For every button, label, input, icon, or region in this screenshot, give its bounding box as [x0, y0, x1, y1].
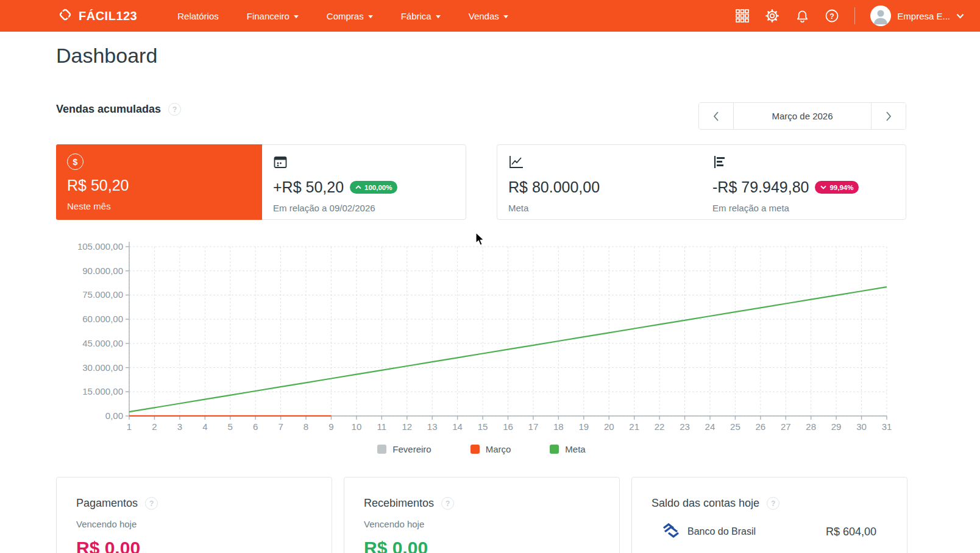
svg-text:16: 16	[503, 421, 513, 432]
vs-meta-badge: 99,94%	[815, 181, 859, 194]
recebimentos-title: Recebimentos	[364, 497, 434, 510]
svg-text:7: 7	[278, 421, 283, 432]
previous-month-button[interactable]	[699, 103, 733, 129]
legend-item-março[interactable]: Março	[470, 444, 511, 454]
help-icon[interactable]: ?	[441, 497, 454, 510]
main-menu: Relatórios Financeiro Compras Fábrica Ve…	[177, 11, 508, 21]
brand-name: FÁCIL123	[79, 9, 137, 23]
svg-text:45.000,00: 45.000,00	[82, 338, 123, 348]
user-name: Empresa E...	[897, 11, 950, 21]
svg-text:31: 31	[882, 421, 892, 432]
recebimentos-value: R$ 0,00	[364, 538, 600, 553]
comparison-value: +R$ 50,20	[273, 178, 344, 196]
svg-text:26: 26	[755, 421, 765, 432]
meta-label: Meta	[508, 203, 691, 213]
settings-gear-icon[interactable]	[765, 9, 779, 23]
svg-text:11: 11	[377, 421, 387, 432]
svg-text:14: 14	[452, 421, 463, 432]
svg-text:75.000,00: 75.000,00	[82, 289, 123, 300]
recebimentos-subtitle: Vencendo hoje	[364, 519, 600, 529]
pagamentos-card: Pagamentos ? Vencendo hoje R$ 0,00	[56, 477, 332, 553]
svg-text:30: 30	[856, 421, 867, 432]
menu-item-compras[interactable]: Compras	[327, 11, 373, 21]
current-month-value: R$ 50,20	[67, 177, 251, 194]
svg-text:15.000,00: 15.000,00	[82, 386, 123, 396]
legend-item-meta[interactable]: Meta	[550, 444, 585, 454]
comparison-kpi: +R$ 50,20 100,00% Em relação a 09/02/202…	[262, 145, 466, 219]
svg-text:29: 29	[831, 421, 842, 432]
meta-kpi-card: R$ 80.000,00 Meta -R$ 79.949,80 99,94% E…	[497, 144, 906, 220]
svg-text:6: 6	[253, 421, 258, 432]
facil123-diamond-icon	[57, 7, 73, 25]
account-name: Banco do Brasil	[687, 526, 756, 537]
recebimentos-card: Recebimentos ? Vencendo hoje R$ 0,00	[344, 477, 620, 553]
top-navbar: FÁCIL123 Relatórios Financeiro Compras F…	[0, 0, 980, 32]
meta-value: R$ 80.000,00	[508, 178, 691, 196]
svg-text:24: 24	[705, 421, 715, 432]
svg-text:10: 10	[352, 421, 362, 432]
svg-text:18: 18	[553, 421, 564, 432]
vs-meta-kpi: -R$ 79.949,80 99,94% Em relação a meta	[701, 145, 906, 219]
svg-text:15: 15	[478, 421, 488, 432]
navbar-divider	[854, 7, 855, 24]
period-label[interactable]: Março de 2026	[733, 103, 872, 129]
pagamentos-title: Pagamentos	[76, 497, 138, 510]
legend-swatch	[377, 445, 386, 454]
svg-text:12: 12	[402, 421, 412, 432]
menu-item-fabrica[interactable]: Fábrica	[401, 11, 441, 21]
caret-down-icon	[436, 15, 441, 18]
chart-legend: FevereiroMarçoMeta	[56, 444, 907, 454]
calendar-icon	[273, 161, 288, 171]
legend-item-fevereiro[interactable]: Fevereiro	[377, 444, 431, 454]
next-month-button[interactable]	[872, 103, 906, 129]
saldo-card: Saldo das contas hoje ? Banco do Brasil …	[631, 477, 907, 553]
menu-item-relatorios[interactable]: Relatórios	[177, 11, 219, 21]
svg-text:21: 21	[629, 421, 639, 432]
comparison-badge: 100,00%	[350, 181, 397, 194]
svg-text:23: 23	[680, 421, 690, 432]
pagamentos-subtitle: Vencendo hoje	[76, 519, 312, 529]
sales-chart: 0,0015.000,0030.000,0045.000,0060.000,00…	[56, 238, 907, 454]
svg-text:60.000,00: 60.000,00	[82, 314, 123, 324]
svg-text:3: 3	[177, 421, 182, 432]
caret-down-icon	[294, 15, 299, 18]
avatar	[870, 5, 891, 26]
pagamentos-value: R$ 0,00	[76, 538, 312, 553]
notifications-bell-icon[interactable]	[795, 9, 809, 23]
menu-item-vendas[interactable]: Vendas	[469, 11, 508, 21]
brand-logo[interactable]: FÁCIL123	[57, 7, 137, 25]
account-row[interactable]: Banco do Brasil R$ 604,00	[652, 523, 887, 540]
vs-meta-value: -R$ 79.949,80	[712, 178, 809, 196]
legend-swatch	[550, 445, 559, 454]
user-menu[interactable]: Empresa E...	[870, 5, 964, 26]
svg-text:20: 20	[604, 421, 614, 432]
page-title: Dashboard	[56, 44, 157, 68]
bar-chart-icon	[712, 161, 727, 171]
svg-text:4: 4	[202, 421, 207, 432]
line-chart-icon	[508, 161, 524, 171]
current-month-label: Neste mês	[67, 201, 251, 211]
svg-text:22: 22	[655, 421, 665, 432]
menu-item-financeiro[interactable]: Financeiro	[247, 11, 299, 21]
svg-text:19: 19	[578, 421, 589, 432]
vs-meta-label: Em relação a meta	[712, 203, 895, 213]
svg-text:25: 25	[730, 421, 740, 432]
caret-down-icon	[503, 15, 508, 18]
period-navigator: Março de 2026	[698, 102, 906, 130]
help-circle-icon[interactable]: ?	[825, 9, 839, 23]
help-icon[interactable]: ?	[767, 497, 779, 510]
svg-text:1: 1	[127, 421, 132, 432]
help-icon[interactable]: ?	[168, 103, 181, 116]
legend-swatch	[470, 445, 480, 454]
svg-text:27: 27	[781, 421, 791, 432]
banco-do-brasil-icon	[662, 523, 680, 540]
sales-chart-canvas[interactable]: 0,0015.000,0030.000,0045.000,0060.000,00…	[56, 238, 907, 434]
dollar-circle-icon: $	[67, 153, 83, 170]
apps-grid-icon[interactable]	[735, 9, 750, 23]
account-value: R$ 604,00	[826, 526, 876, 538]
svg-text:17: 17	[528, 421, 539, 432]
svg-text:105.000,00: 105.000,00	[77, 241, 123, 252]
help-icon[interactable]: ?	[145, 497, 158, 510]
svg-text:13: 13	[427, 421, 438, 432]
saldo-title: Saldo das contas hoje	[652, 497, 759, 510]
